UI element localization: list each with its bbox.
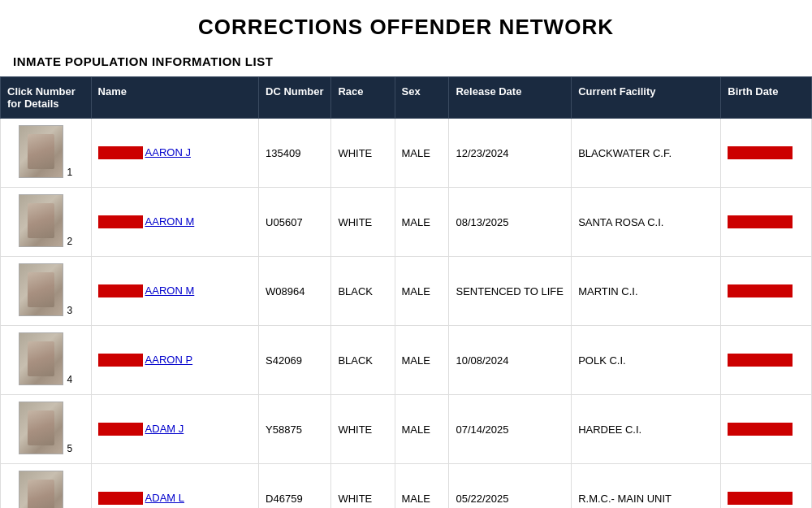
inmate-name-link[interactable]: AARON J [145, 146, 191, 158]
race-cell: BLACK [331, 257, 395, 326]
dc-number-cell: W08964 [259, 257, 331, 326]
inmate-name-link[interactable]: AARON M [145, 284, 195, 297]
name-redacted-bar [98, 284, 143, 297]
release-date-cell: 05/22/2025 [449, 464, 572, 509]
header-name: Name [91, 77, 258, 119]
name-redacted-bar [98, 492, 143, 505]
header-release: Release Date [449, 77, 572, 119]
name-cell[interactable]: AARON J [91, 119, 258, 188]
name-redacted-bar [98, 354, 143, 367]
inmate-photo[interactable] [19, 402, 63, 454]
header-race: Race [331, 77, 395, 119]
photo-cell[interactable]: 6 [1, 464, 92, 509]
inmate-photo[interactable] [19, 194, 63, 247]
header-click: Click Number for Details [1, 77, 92, 119]
sex-cell: MALE [395, 188, 449, 257]
birth-date-cell [721, 119, 812, 188]
dc-number-cell: D46759 [259, 464, 331, 509]
birth-date-redacted [728, 146, 793, 159]
name-cell[interactable]: AARON M [91, 188, 258, 257]
dc-number-cell: Y58875 [259, 395, 331, 464]
birth-date-cell [721, 464, 812, 509]
inmate-table: Click Number for Details Name DC Number … [0, 76, 812, 508]
race-cell: WHITE [331, 188, 395, 257]
list-subtitle: INMATE POPULATION INFORMATION LIST [0, 48, 812, 76]
birth-date-cell [721, 188, 812, 257]
table-row: 4 AARON PS42069BLACKMALE10/08/2024POLK C… [1, 326, 812, 395]
release-date-cell: 12/23/2024 [449, 119, 572, 188]
race-cell: WHITE [331, 395, 395, 464]
table-row: 3 AARON MW08964BLACKMALESENTENCED TO LIF… [1, 257, 812, 326]
inmate-name-link[interactable]: AARON P [145, 354, 193, 366]
photo-cell[interactable]: 2 [1, 188, 92, 257]
page-title: CORRECTIONS OFFENDER NETWORK [0, 0, 812, 48]
inmate-photo[interactable] [19, 471, 63, 508]
dc-number-cell: 135409 [259, 119, 331, 188]
header-dc: DC Number [259, 77, 331, 119]
name-redacted-bar [98, 423, 143, 436]
race-cell: BLACK [331, 326, 395, 395]
inmate-name-link[interactable]: AARON M [145, 215, 195, 228]
birth-date-cell [721, 395, 812, 464]
name-cell[interactable]: AARON M [91, 257, 258, 326]
sex-cell: MALE [395, 326, 449, 395]
facility-cell: BLACKWATER C.F. [572, 119, 721, 188]
release-date-cell: 10/08/2024 [449, 326, 572, 395]
birth-date-redacted [728, 492, 793, 505]
birth-date-redacted [728, 215, 793, 228]
inmate-photo[interactable] [19, 332, 63, 385]
facility-cell: POLK C.I. [572, 326, 721, 395]
facility-cell: MARTIN C.I. [572, 257, 721, 326]
name-redacted-bar [98, 146, 143, 159]
birth-date-redacted [728, 354, 793, 367]
release-date-cell: 07/14/2025 [449, 395, 572, 464]
name-redacted-bar [98, 215, 143, 228]
facility-cell: R.M.C.- MAIN UNIT [572, 464, 721, 509]
sex-cell: MALE [395, 257, 449, 326]
race-cell: WHITE [331, 464, 395, 509]
table-row: 1 AARON J135409WHITEMALE12/23/2024BLACKW… [1, 119, 812, 188]
birth-date-cell [721, 326, 812, 395]
name-cell[interactable]: AARON P [91, 326, 258, 395]
race-cell: WHITE [331, 119, 395, 188]
facility-cell: SANTA ROSA C.I. [572, 188, 721, 257]
photo-cell[interactable]: 4 [1, 326, 92, 395]
facility-cell: HARDEE C.I. [572, 395, 721, 464]
inmate-name-link[interactable]: ADAM L [145, 492, 184, 504]
table-row: 6 ADAM LD46759WHITEMALE05/22/2025R.M.C.-… [1, 464, 812, 509]
header-sex: Sex [395, 77, 449, 119]
inmate-name-link[interactable]: ADAM J [145, 423, 184, 435]
sex-cell: MALE [395, 119, 449, 188]
photo-cell[interactable]: 3 [1, 257, 92, 326]
inmate-photo[interactable] [19, 125, 63, 178]
birth-date-cell [721, 257, 812, 326]
header-facility: Current Facility [572, 77, 721, 119]
sex-cell: MALE [395, 395, 449, 464]
row-number: 4 [67, 374, 72, 385]
photo-cell[interactable]: 1 [1, 119, 92, 188]
table-row: 2 AARON MU05607WHITEMALE08/13/2025SANTA … [1, 188, 812, 257]
inmate-photo[interactable] [19, 263, 63, 316]
release-date-cell: SENTENCED TO LIFE [449, 257, 572, 326]
photo-cell[interactable]: 5 [1, 395, 92, 464]
name-cell[interactable]: ADAM J [91, 395, 258, 464]
row-number: 5 [67, 443, 72, 454]
name-cell[interactable]: ADAM L [91, 464, 258, 509]
table-row: 5 ADAM JY58875WHITEMALE07/14/2025HARDEE … [1, 395, 812, 464]
dc-number-cell: S42069 [259, 326, 331, 395]
sex-cell: MALE [395, 464, 449, 509]
dc-number-cell: U05607 [259, 188, 331, 257]
release-date-cell: 08/13/2025 [449, 188, 572, 257]
row-number: 3 [67, 305, 72, 316]
birth-date-redacted [728, 423, 793, 436]
header-birth: Birth Date [721, 77, 812, 119]
row-number: 2 [67, 236, 72, 247]
row-number: 1 [67, 167, 72, 178]
birth-date-redacted [728, 284, 793, 297]
